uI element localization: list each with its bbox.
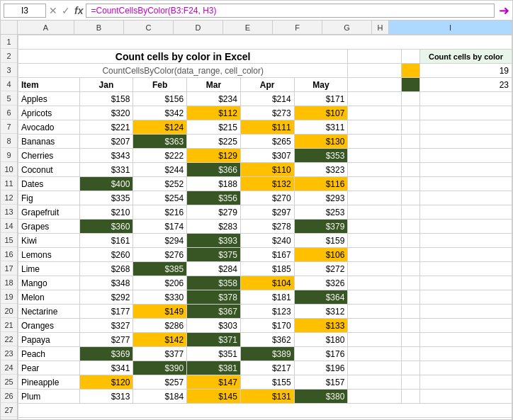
cell-item[interactable]: Coconut (18, 163, 80, 177)
cell-item[interactable]: Lime (18, 262, 80, 276)
cell-value[interactable]: $313 (79, 390, 133, 404)
cell-value[interactable]: $145 (187, 390, 241, 404)
cell-value[interactable]: $303 (187, 319, 241, 333)
col-header-f[interactable]: F (273, 21, 322, 34)
cell-item[interactable]: Lemons (18, 248, 80, 262)
cell-value[interactable]: $176 (294, 347, 348, 361)
cell-value[interactable]: $297 (240, 205, 294, 220)
cell-item[interactable]: Nectarine (18, 305, 80, 319)
cell-value[interactable]: $124 (133, 120, 187, 135)
cell-value[interactable]: $257 (133, 375, 187, 390)
cell-value[interactable]: $129 (187, 149, 241, 163)
cell-value[interactable]: $107 (294, 106, 348, 120)
cell-value[interactable]: $283 (187, 220, 241, 234)
cell-value[interactable]: $371 (187, 333, 241, 347)
cell-value[interactable]: $131 (240, 390, 294, 404)
cell-value[interactable]: $277 (79, 333, 133, 347)
cell-value[interactable]: $312 (294, 305, 348, 319)
cell-value[interactable]: $351 (187, 347, 241, 361)
cell-value[interactable]: $130 (294, 135, 348, 149)
cell-value[interactable]: $323 (294, 163, 348, 177)
cell-value[interactable]: $369 (79, 347, 133, 361)
cell-item[interactable]: Pear (18, 361, 80, 375)
cell-value[interactable]: $184 (133, 390, 187, 404)
cell-value[interactable]: $385 (133, 262, 187, 276)
cell-value[interactable]: $286 (133, 319, 187, 333)
cell-value[interactable]: $381 (187, 361, 241, 375)
col-header-a[interactable]: A (18, 21, 74, 34)
cell-value[interactable]: $106 (294, 248, 348, 262)
cell-value[interactable]: $356 (187, 191, 241, 205)
cell-value[interactable]: $234 (187, 92, 241, 106)
cell-value[interactable]: $207 (79, 135, 133, 149)
cell-item[interactable]: Oranges (18, 319, 80, 333)
cell-value[interactable]: $156 (133, 92, 187, 106)
cell-value[interactable]: $161 (79, 234, 133, 248)
cell-value[interactable]: $180 (294, 333, 348, 347)
col-header-b[interactable]: B (74, 21, 124, 34)
cell-value[interactable]: $292 (79, 290, 133, 305)
cell-value[interactable]: $390 (133, 361, 187, 375)
cell-item[interactable]: Mango (18, 276, 80, 290)
cell-item[interactable]: Apples (18, 92, 80, 106)
cell-reference[interactable]: I3 (4, 4, 46, 18)
cell-value[interactable]: $293 (294, 191, 348, 205)
cell-value[interactable]: $253 (294, 205, 348, 220)
cell-value[interactable]: $327 (79, 319, 133, 333)
cell-value[interactable]: $188 (187, 177, 241, 191)
col-header-g[interactable]: G (322, 21, 372, 34)
cell-value[interactable]: $284 (187, 262, 241, 276)
cell-value[interactable]: $353 (294, 149, 348, 163)
cell-value[interactable]: $222 (133, 149, 187, 163)
cell-value[interactable]: $270 (240, 191, 294, 205)
cell-value[interactable]: $214 (240, 92, 294, 106)
cell-value[interactable]: $279 (187, 205, 241, 220)
cell-value[interactable]: $120 (79, 375, 133, 390)
cell-value[interactable]: $335 (79, 191, 133, 205)
cell-value[interactable]: $363 (133, 135, 187, 149)
cell-value[interactable]: $254 (133, 191, 187, 205)
cell-value[interactable]: $276 (133, 248, 187, 262)
cell-value[interactable]: $362 (240, 333, 294, 347)
cell-item[interactable]: Avocado (18, 120, 80, 135)
cell-value[interactable]: $400 (79, 177, 133, 191)
cell-value[interactable]: $320 (79, 106, 133, 120)
cell-value[interactable]: $159 (294, 234, 348, 248)
cell-value[interactable]: $326 (294, 276, 348, 290)
cell-value[interactable]: $116 (294, 177, 348, 191)
cell-value[interactable]: $252 (133, 177, 187, 191)
cell-value[interactable]: $225 (187, 135, 241, 149)
cell-value[interactable]: $149 (133, 305, 187, 319)
cell-value[interactable]: $170 (240, 319, 294, 333)
cell-value[interactable]: $177 (79, 305, 133, 319)
cell-value[interactable]: $307 (240, 149, 294, 163)
cell-item[interactable]: Peach (18, 347, 80, 361)
cell-item[interactable]: Apricots (18, 106, 80, 120)
cell-value[interactable]: $380 (294, 390, 348, 404)
cell-value[interactable]: $331 (79, 163, 133, 177)
cell-value[interactable]: $389 (240, 347, 294, 361)
cell-value[interactable]: $155 (240, 375, 294, 390)
cell-value[interactable]: $157 (294, 375, 348, 390)
col-header-i[interactable]: I (389, 21, 512, 34)
cell-item[interactable]: Papaya (18, 333, 80, 347)
cell-value[interactable]: $375 (187, 248, 241, 262)
cell-value[interactable]: $210 (79, 205, 133, 220)
cell-value[interactable]: $147 (187, 375, 241, 390)
cell-value[interactable]: $185 (240, 262, 294, 276)
cell-value[interactable]: $174 (133, 220, 187, 234)
cell-value[interactable]: $273 (240, 106, 294, 120)
cell-value[interactable]: $343 (79, 149, 133, 163)
cell-item[interactable]: Cherries (18, 149, 80, 163)
cancel-icon[interactable]: ✕ (49, 5, 57, 16)
formula-input[interactable]: =CountCellsByColor(B3:F24, H3) (86, 4, 495, 18)
cell-value[interactable]: $379 (294, 220, 348, 234)
cell-value[interactable]: $196 (294, 361, 348, 375)
cell-value[interactable]: $260 (79, 248, 133, 262)
cell-value[interactable]: $294 (133, 234, 187, 248)
cell-value[interactable]: $358 (187, 276, 241, 290)
cell-value[interactable]: $158 (79, 92, 133, 106)
cell-value[interactable]: $348 (79, 276, 133, 290)
cell-item[interactable]: Melon (18, 290, 80, 305)
fx-icon[interactable]: fx (74, 5, 83, 16)
